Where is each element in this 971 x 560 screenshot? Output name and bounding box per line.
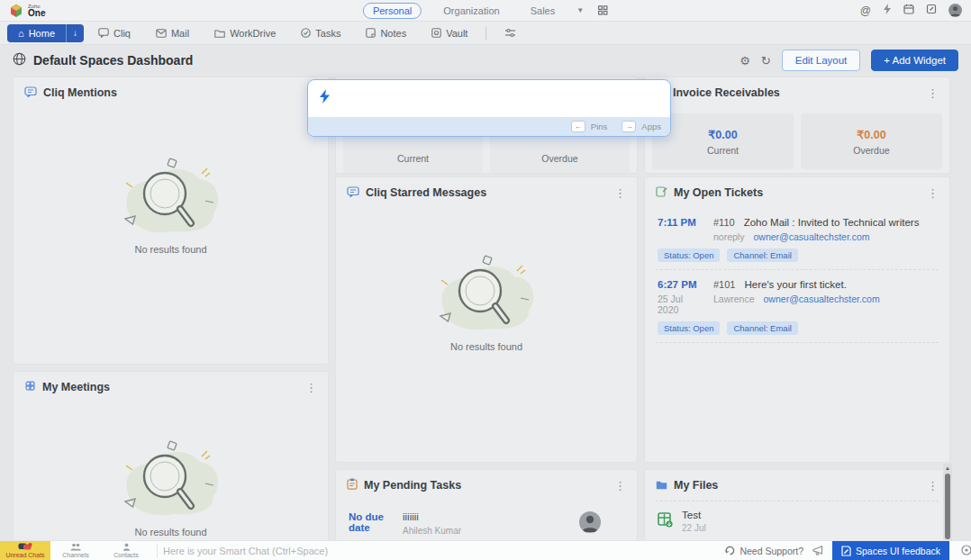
task-assignee: Ahilesh Kumar <box>403 526 461 536</box>
zoho-one-logo[interactable]: Zoho One <box>9 4 45 18</box>
widget-invoice-receivables: Invoice Receivables ⋮ ₹0.00 Current ₹0.0… <box>644 77 950 174</box>
left-arrow-key-icon[interactable]: ← <box>571 121 585 132</box>
calendar-icon[interactable] <box>903 4 914 17</box>
cliq-icon <box>98 28 109 38</box>
home-dropdown-icon[interactable]: ↓ <box>67 24 84 42</box>
support-icon <box>725 546 735 555</box>
spreadsheet-icon <box>658 512 673 531</box>
toolbar-item-vault[interactable]: Vault <box>421 24 478 42</box>
home-split-button[interactable]: ⌂ Home ↓ <box>7 24 84 42</box>
current-panel[interactable]: ₹0.00 Current <box>652 113 794 169</box>
widget-title: My Open Tickets <box>674 186 763 199</box>
widget-menu-icon[interactable]: ⋮ <box>614 187 626 199</box>
ticket-row[interactable]: 7:11 PM #110 Zoho Mail : Invited to Tech… <box>645 208 949 269</box>
toolbar-customize-icon[interactable] <box>494 24 527 42</box>
no-results-illustration <box>428 255 545 338</box>
tab-organization[interactable]: Organization <box>434 4 508 18</box>
notes-icon <box>366 28 376 38</box>
file-name[interactable]: Test <box>682 510 706 520</box>
task-row[interactable]: No due date iiiiiii Ahilesh Kumar <box>336 501 637 540</box>
spaces-ui-feedback-button[interactable]: Spaces UI feedback <box>832 541 949 560</box>
task-name[interactable]: iiiiiii <box>403 511 461 522</box>
smart-chat-input[interactable] <box>163 541 725 560</box>
edit-layout-button[interactable]: Edit Layout <box>782 50 861 71</box>
widget-menu-icon[interactable]: ⋮ <box>614 480 626 492</box>
toolbar-item-workdrive[interactable]: WorkDrive <box>204 24 286 42</box>
empty-state-text: No results found <box>134 244 206 255</box>
current-amount: ₹0.00 <box>708 128 737 141</box>
channels-tab[interactable]: Channels <box>50 541 101 560</box>
bottom-bar-right: Need Support? Spaces UI feedback <box>725 541 971 560</box>
channels-icon <box>70 543 81 551</box>
bottom-bar: Unread Chats Channels Contacts Need Supp… <box>0 540 971 560</box>
my-open-tickets-icon <box>656 185 667 201</box>
scrollbar-thumb[interactable] <box>945 474 950 539</box>
widget-header: Cliq Mentions ⋮ <box>14 77 328 108</box>
widget-header: My Meetings ⋮ <box>14 372 328 402</box>
notebook-icon[interactable] <box>926 4 937 17</box>
widget-cliq-mentions: Cliq Mentions ⋮ No results found <box>13 77 329 365</box>
tabs-caret-icon[interactable]: ▼ <box>576 6 584 14</box>
unread-chats-tab[interactable]: Unread Chats <box>0 541 50 560</box>
need-support-label: Need Support? <box>740 546 803 556</box>
no-results-illustration <box>113 440 230 523</box>
add-widget-button[interactable]: + Add Widget <box>871 50 958 71</box>
need-support-link[interactable]: Need Support? <box>725 546 803 556</box>
zia-search-overlay[interactable]: ← Pins → Apps <box>307 79 671 137</box>
toolbar-item-cliq[interactable]: Cliq <box>87 24 141 42</box>
toolbar-item-mail[interactable]: Mail <box>145 24 200 42</box>
contacts-tab[interactable]: Contacts <box>101 541 151 560</box>
tasks-icon <box>301 28 311 38</box>
announcement-icon[interactable] <box>812 543 823 559</box>
ticket-subject[interactable]: Here's your first ticket. <box>744 279 846 290</box>
overdue-panel[interactable]: ₹0.00 Overdue <box>801 113 942 169</box>
refresh-icon[interactable]: ↻ <box>761 54 771 68</box>
zoho-cube-icon <box>9 4 23 18</box>
mentions-at-icon[interactable]: @ <box>860 5 871 17</box>
toolbar-item-notes[interactable]: Notes <box>355 24 417 42</box>
current-label: Current <box>397 153 429 164</box>
ticket-line2: 25 Jul 2020 Lawrence owner@casualtechste… <box>658 294 937 315</box>
widget-menu-icon[interactable]: ⋮ <box>305 382 317 393</box>
widget-menu-icon[interactable]: ⋮ <box>927 480 939 492</box>
overlay-body[interactable] <box>308 80 670 117</box>
widget-menu-icon[interactable]: ⋮ <box>927 87 939 99</box>
ticket-badges: Status: Open Channel: Email <box>658 321 937 335</box>
vertical-scrollbar[interactable]: ▲ <box>943 464 952 541</box>
zia-bolt-icon[interactable] <box>883 4 892 17</box>
pins-label[interactable]: Pins <box>591 122 607 131</box>
ticket-email-link[interactable]: owner@casualtechster.com <box>764 294 880 315</box>
globe-icon <box>13 52 26 69</box>
widget-menu-icon[interactable]: ⋮ <box>927 187 939 199</box>
dashboard-settings-icon[interactable]: ⚙ <box>740 54 750 68</box>
toolbar-label: WorkDrive <box>230 28 276 39</box>
tab-sales[interactable]: Sales <box>522 4 565 18</box>
toolbar-item-tasks[interactable]: Tasks <box>290 24 351 42</box>
file-row[interactable]: Test 22 Jul <box>645 501 949 540</box>
ticket-subject[interactable]: Zoho Mail : Invited to Technical writers <box>744 217 920 228</box>
assignee-avatar <box>579 511 601 533</box>
right-arrow-key-icon[interactable]: → <box>622 121 636 132</box>
ticket-from: noreply <box>713 231 744 242</box>
apps-label[interactable]: Apps <box>641 122 661 131</box>
ticket-email-link[interactable]: owner@casualtechster.com <box>753 231 869 242</box>
bottom-bar-divider <box>157 544 158 557</box>
ticket-date: 25 Jul 2020 <box>658 294 704 315</box>
app-toolbar: ⌂ Home ↓ Cliq Mail WorkDrive Tasks Notes <box>0 22 971 45</box>
brand-text: Zoho One <box>28 4 45 18</box>
edge-partial-icon[interactable] <box>958 545 971 557</box>
scroll-up-icon[interactable]: ▲ <box>945 464 950 473</box>
channel-badge: Channel: Email <box>727 248 797 262</box>
contacts-label: Contacts <box>113 552 139 558</box>
overdue-label: Overdue <box>853 145 889 156</box>
tab-personal[interactable]: Personal <box>363 3 422 19</box>
ticket-line1: 7:11 PM #110 Zoho Mail : Invited to Tech… <box>658 217 937 228</box>
home-button[interactable]: ⌂ Home <box>7 24 67 42</box>
ticket-row[interactable]: 6:27 PM #101 Here's your first ticket. 2… <box>645 270 949 342</box>
ticket-id: #110 <box>713 217 735 228</box>
unread-chats-icon <box>18 543 32 551</box>
empty-state: No results found <box>14 158 328 255</box>
my-pending-tasks-icon <box>347 477 358 493</box>
user-avatar[interactable] <box>948 4 962 17</box>
dashboard-grid-icon[interactable] <box>598 3 608 19</box>
